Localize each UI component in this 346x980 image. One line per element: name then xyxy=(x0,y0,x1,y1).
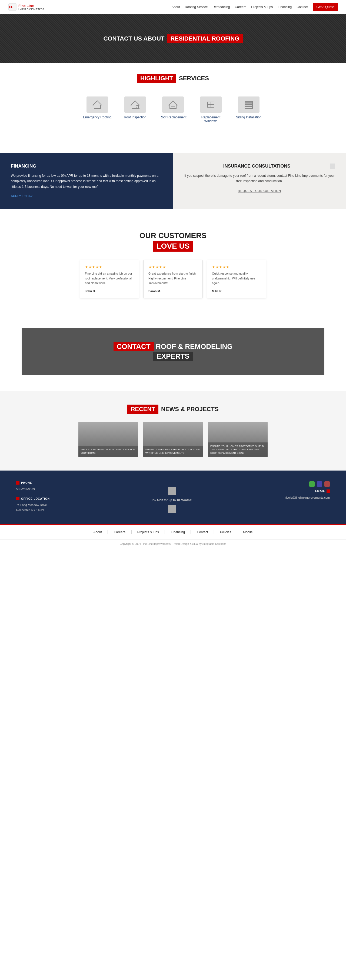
nav-remodeling[interactable]: Remodeling xyxy=(212,5,230,9)
svg-text:FL: FL xyxy=(9,5,13,9)
financing-title: FINANCING xyxy=(11,164,162,169)
news-caption-1: THE CRUCIAL ROLE OF ATTIC VENTILATION IN… xyxy=(78,445,138,457)
highlight-title: HIGHLIGHT SERVICES xyxy=(8,74,338,83)
news-card-3[interactable]: ENSURE YOUR HOME'S PROTECTIVE SHIELD: TH… xyxy=(208,422,268,457)
hero-highlight: RESIDENTIAL ROOFING xyxy=(167,34,243,43)
service-inspection-label: Roof Inspection xyxy=(124,115,146,119)
service-siding-installation[interactable]: Siding Installation xyxy=(230,91,268,128)
footer-email-col: EMAIL nicole@finelineimprovements.com xyxy=(284,481,330,514)
nav-about[interactable]: About xyxy=(171,5,180,9)
windows-icon-box xyxy=(200,97,222,113)
customers-section: OUR CUSTOMERS LOVE US ★★★★★ Fine Line di… xyxy=(0,217,346,312)
siding-icon xyxy=(244,100,254,110)
review-text-1: Fine Line did an amazing job on our roof… xyxy=(85,271,134,286)
customers-title: OUR CUSTOMERS LOVE US xyxy=(8,231,338,251)
review-text-2: Great experience from start to finish. H… xyxy=(148,271,198,286)
hero-content: CONTACT US ABOUT RESIDENTIAL ROOFING xyxy=(103,34,242,43)
footer-phone-label: PHONE xyxy=(16,481,59,485)
financing-link[interactable]: APPLY TODAY xyxy=(11,194,33,198)
highlight-services-section: HIGHLIGHT SERVICES ! Emergency Roofing R… xyxy=(0,63,346,134)
footer-email[interactable]: nicole@finelineimprovements.com xyxy=(284,496,330,499)
emergency-roofing-icon-box: ! xyxy=(86,97,108,113)
get-quote-button[interactable]: Get A Quote xyxy=(313,3,338,11)
footer-nav-mobile[interactable]: Mobile xyxy=(243,530,252,534)
insurance-link[interactable]: REQUEST CONSULTATION xyxy=(238,189,281,193)
nav-roofing[interactable]: Roofing Service xyxy=(185,5,208,9)
news-row: THE CRUCIAL ROLE OF ATTIC VENTILATION IN… xyxy=(8,422,338,457)
svg-rect-14 xyxy=(245,105,252,107)
hero-prefix: CONTACT US ABOUT xyxy=(103,35,164,42)
footer-phone-col: PHONE 585-269-9069 OFFICE LOCATION 74 Lo… xyxy=(16,481,59,514)
contact-banner-title: CONTACT ROOF & REMODELINGEXPERTS xyxy=(30,342,316,361)
credits-link[interactable]: Web Design & SEO by Scriptable Solutions xyxy=(174,542,226,546)
nav-projects[interactable]: Projects & Tips xyxy=(251,5,273,9)
financing-body: We provide financing for as low as 0% AP… xyxy=(11,173,162,189)
contact-part1: CONTACT xyxy=(113,342,154,351)
news-caption-3: ENSURE YOUR HOME'S PROTECTIVE SHIELD: TH… xyxy=(208,442,268,457)
review-author-3: Mike R. xyxy=(212,290,222,293)
service-siding-label: Siding Installation xyxy=(236,115,261,119)
svg-text:!: ! xyxy=(97,105,97,108)
financing-footer-icon-2 xyxy=(168,505,176,513)
footer-sep-4: | xyxy=(190,530,191,535)
logo[interactable]: FL Fine Line IMPROVEMENTS xyxy=(8,3,45,11)
contact-banner[interactable]: CONTACT ROOF & REMODELINGEXPERTS xyxy=(22,328,324,375)
insurance-body: If you suspect there is damage to your r… xyxy=(184,173,335,184)
roof-replacement-icon-box xyxy=(162,97,184,113)
footer-nav-projects[interactable]: Projects & Tips xyxy=(137,530,159,534)
footer-nav-contact[interactable]: Contact xyxy=(197,530,208,534)
svg-marker-7 xyxy=(169,101,177,108)
footer-sep-2: | xyxy=(131,530,132,535)
footer-nav-policies[interactable]: Policies xyxy=(220,530,231,534)
service-emergency-label: Emergency Roofing xyxy=(83,115,112,119)
social-icon-1[interactable] xyxy=(309,481,315,487)
service-emergency-roofing[interactable]: ! Emergency Roofing xyxy=(78,91,116,128)
nav-financing[interactable]: Financing xyxy=(277,5,292,9)
news-card-2[interactable]: ENHANCE THE CURB APPEAL OF YOUR HOME WIT… xyxy=(143,422,203,457)
service-roof-inspection[interactable]: Roof Inspection xyxy=(116,91,154,128)
footer-top: PHONE 585-269-9069 OFFICE LOCATION 74 Lo… xyxy=(0,471,346,524)
review-author-1: John D. xyxy=(85,290,96,293)
footer-nav-financing[interactable]: Financing xyxy=(171,530,185,534)
svg-line-6 xyxy=(139,108,139,109)
hero-section: CONTACT US ABOUT RESIDENTIAL ROOFING xyxy=(0,14,346,63)
footer-sep-5: | xyxy=(214,530,215,535)
services-row: ! Emergency Roofing Roof Inspection xyxy=(8,91,338,128)
customers-highlight: LOVE US xyxy=(153,241,193,251)
navbar: FL Fine Line IMPROVEMENTS About Roofing … xyxy=(0,0,346,14)
social-icon-2[interactable] xyxy=(317,481,322,487)
logo-icon: FL xyxy=(8,3,17,11)
review-author-2: Sarah M. xyxy=(148,290,161,293)
footer-sep-6: | xyxy=(236,530,238,535)
recent-title: RECENT NEWS & PROJECTS xyxy=(8,405,338,414)
location-icon xyxy=(16,497,19,500)
highlight-label: HIGHLIGHT xyxy=(137,74,176,83)
reviews-row: ★★★★★ Fine Line did an amazing job on ou… xyxy=(8,260,338,298)
window-icon xyxy=(206,100,216,110)
social-icon-3[interactable] xyxy=(324,481,330,487)
service-roof-replacement[interactable]: Roof Replacement xyxy=(154,91,192,128)
service-replacement-windows[interactable]: Replacement Windows xyxy=(192,91,230,128)
review-card-2: ★★★★★ Great experience from start to fin… xyxy=(143,260,203,298)
svg-rect-15 xyxy=(245,107,252,108)
review-card-3: ★★★★★ Quick response and quality craftsm… xyxy=(207,260,266,298)
review-card-1: ★★★★★ Fine Line did an amazing job on ou… xyxy=(80,260,139,298)
nav-links: About Roofing Service Remodeling Careers… xyxy=(171,3,338,11)
roof-replace-icon xyxy=(168,100,178,110)
highlight-suffix: SERVICES xyxy=(179,75,209,82)
insurance-title: INSURANCE CONSULTATIONS xyxy=(184,164,335,169)
nav-careers[interactable]: Careers xyxy=(235,5,247,9)
siding-icon-box xyxy=(238,97,260,113)
footer-nav: About | Careers | Projects & Tips | Fina… xyxy=(0,524,346,539)
logo-sub: IMPROVEMENTS xyxy=(18,8,45,11)
nav-contact[interactable]: Contact xyxy=(297,5,308,9)
financing-column: FINANCING We provide financing for as lo… xyxy=(0,153,173,209)
financing-footer-icon xyxy=(168,487,176,495)
footer-email-label: EMAIL xyxy=(284,490,330,493)
footer-nav-about[interactable]: About xyxy=(93,530,102,534)
news-card-1[interactable]: THE CRUCIAL ROLE OF ATTIC VENTILATION IN… xyxy=(78,422,138,457)
service-windows-label: Replacement Windows xyxy=(195,115,227,123)
footer-nav-careers[interactable]: Careers xyxy=(114,530,126,534)
footer-address1: 74 Long Meadow Drive xyxy=(16,503,59,508)
footer-sep-1: | xyxy=(107,530,108,535)
